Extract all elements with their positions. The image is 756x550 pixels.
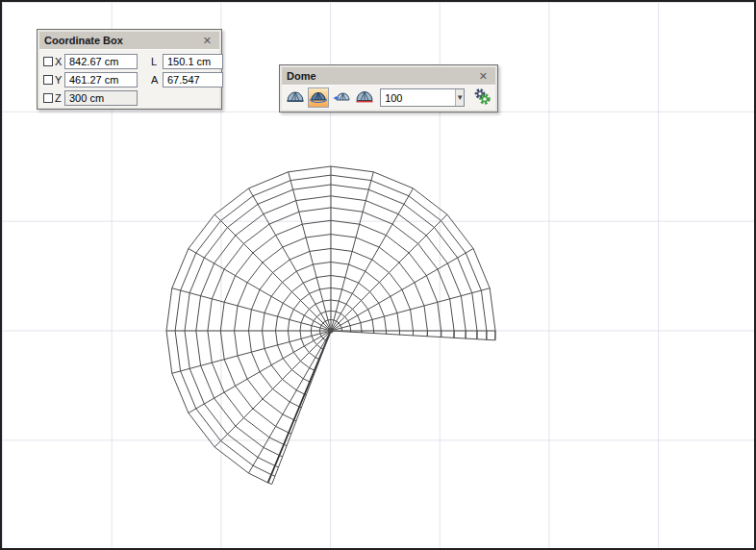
- z-lock-checkbox[interactable]: [43, 93, 53, 103]
- coordinate-box-panel: Coordinate Box ✕ X L Y A: [37, 29, 222, 110]
- z-value-field[interactable]: [64, 90, 138, 106]
- x-value-field[interactable]: [64, 54, 138, 69]
- close-icon[interactable]: ✕: [476, 70, 491, 83]
- a-value-field[interactable]: [163, 72, 223, 88]
- dome-toolbar-title: Dome: [287, 70, 476, 82]
- chevron-down-icon: ▼: [456, 93, 464, 102]
- dome-toolbar-panel: Dome ✕: [279, 64, 498, 112]
- dome-base-icon: [355, 89, 374, 106]
- dome-tool-4-button[interactable]: [354, 88, 375, 108]
- segments-combobox: ▼: [380, 88, 465, 107]
- combobox-dropdown-button[interactable]: ▼: [455, 89, 464, 106]
- dome-solid-icon: [286, 89, 305, 106]
- dome-tool-2-button[interactable]: [308, 88, 329, 108]
- coordinate-row-z: Z: [43, 89, 215, 106]
- dome-tool-3-button[interactable]: [331, 88, 352, 108]
- coordinate-box-title: Coordinate Box: [44, 35, 200, 46]
- y-label: Y: [55, 74, 62, 86]
- dome-toolbar-titlebar[interactable]: Dome ✕: [282, 67, 495, 86]
- dome-settings-button[interactable]: [471, 88, 492, 109]
- z-label: Z: [55, 92, 62, 104]
- dome-surface-icon: [309, 89, 328, 106]
- dome-move-icon: [332, 89, 351, 106]
- gears-icon: [472, 88, 492, 109]
- a-label: A: [151, 74, 163, 86]
- x-lock-checkbox[interactable]: [43, 57, 53, 66]
- x-label: X: [55, 56, 62, 67]
- coordinate-row-x: X L: [43, 53, 215, 69]
- segments-input[interactable]: [381, 89, 455, 106]
- l-value-field[interactable]: [163, 54, 223, 69]
- coordinate-box-titlebar[interactable]: Coordinate Box ✕: [39, 32, 219, 50]
- app-window: Coordinate Box ✕ X L Y A: [0, 0, 756, 550]
- y-lock-checkbox[interactable]: [43, 75, 53, 85]
- y-value-field[interactable]: [64, 72, 138, 88]
- coordinate-box-body: X L Y A Z: [39, 50, 219, 108]
- close-icon[interactable]: ✕: [200, 35, 214, 47]
- coordinate-row-y: Y A: [43, 71, 215, 88]
- l-label: L: [151, 56, 163, 67]
- dome-tool-1-button[interactable]: [285, 88, 306, 108]
- dome-toolbar-body: ▼: [282, 86, 495, 110]
